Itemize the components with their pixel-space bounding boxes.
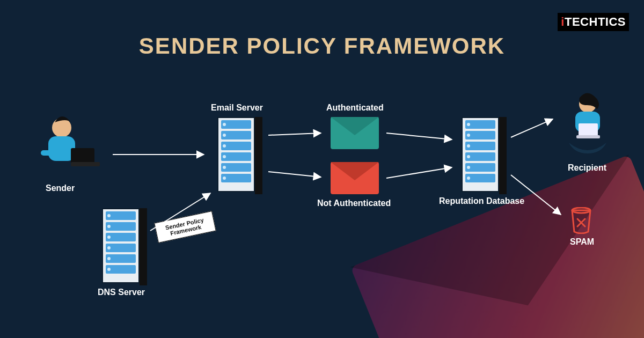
not-authenticated-envelope-icon: [331, 162, 379, 194]
dns-label: DNS Server: [98, 288, 145, 297]
arrow-server-to-auth: [268, 133, 321, 135]
svg-rect-7: [579, 123, 598, 136]
dns-server-icon: [102, 208, 140, 283]
svg-rect-3: [71, 162, 100, 166]
authenticated-envelope-icon: [331, 117, 379, 149]
reputation-db-icon: [462, 117, 499, 192]
svg-rect-4: [41, 150, 54, 156]
arrow-rep-to-recipient: [511, 119, 553, 137]
arrow-server-to-noauth: [268, 172, 321, 177]
spam-label: SPAM: [570, 237, 594, 247]
brand-logo: iTECHTICS: [558, 13, 629, 31]
sender-label: Sender: [46, 183, 75, 193]
sender-illustration: [32, 113, 107, 182]
brand-suffix: TICS: [598, 15, 626, 28]
authenticated-label: Authenticated: [326, 103, 384, 113]
recipient-illustration: [553, 92, 623, 162]
spam-bin-icon: [569, 207, 594, 234]
email-server-label: Email Server: [211, 103, 263, 113]
not-authenticated-label: Not Authenticated: [317, 199, 391, 208]
recipient-label: Recipient: [568, 163, 606, 173]
spf-tag: Sender Policy Framework: [154, 211, 216, 243]
svg-rect-8: [576, 135, 600, 138]
brand-prefix: i: [561, 15, 565, 28]
arrow-noauth-to-rep: [386, 167, 452, 178]
diagram-title: SENDER POLICY FRAMEWORK: [0, 33, 644, 59]
arrow-auth-to-rep: [386, 133, 452, 139]
email-server-icon: [217, 117, 255, 192]
brand-mid: TECH: [565, 15, 598, 28]
reputation-label: Reputation Database: [439, 196, 524, 206]
svg-rect-2: [71, 148, 94, 164]
svg-point-0: [52, 118, 71, 137]
